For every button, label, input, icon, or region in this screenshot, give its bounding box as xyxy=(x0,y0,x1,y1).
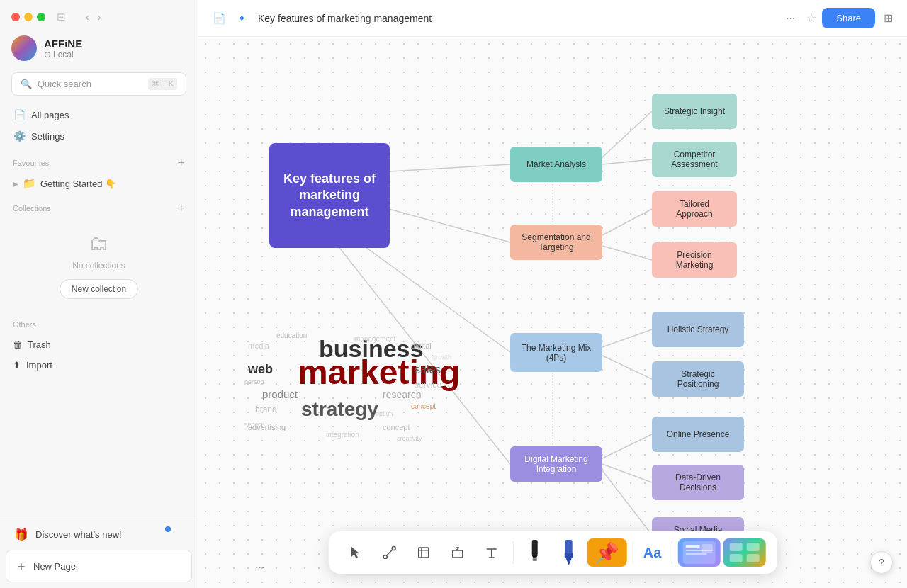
bottom-dots-button[interactable]: ··· xyxy=(255,561,264,574)
no-collections-text: No collections xyxy=(72,261,125,271)
app-header: AFFiNE ⊙ Local xyxy=(0,24,198,67)
more-options-button[interactable]: ··· xyxy=(780,9,801,28)
maximize-button[interactable] xyxy=(37,13,45,21)
template-card-2[interactable] xyxy=(723,538,765,567)
getting-started-item[interactable]: ▶ 📁 Getting Started 👇 xyxy=(6,172,192,195)
main-nav: 📄 All pages ⚙️ Settings xyxy=(0,101,198,149)
frame-tool-button[interactable] xyxy=(408,537,439,568)
new-page-button[interactable]: ＋ New Page xyxy=(6,550,192,582)
others-nav: 🗑 Trash ⬆ Import xyxy=(0,332,198,378)
chevron-icon: ▶ xyxy=(13,180,18,188)
shape-tool-button[interactable] xyxy=(442,537,473,568)
svg-rect-63 xyxy=(746,554,759,562)
text-style-button[interactable]: Aa xyxy=(639,545,666,561)
word-cloud-svg: marketing business strategy web sales pr… xyxy=(241,306,468,448)
strategic-pos-node: Strategic Positioning xyxy=(652,361,744,397)
segmentation-node: Segmentation and Targeting xyxy=(510,225,602,260)
text-tool-button[interactable] xyxy=(476,537,507,568)
svg-text:service: service xyxy=(244,421,265,428)
segmentation-label: Segmentation and Targeting xyxy=(519,232,594,252)
data-driven-node: Data-Driven Decisions xyxy=(652,465,744,500)
quick-search[interactable]: 🔍 Quick search ⌘ + K xyxy=(11,72,186,96)
connector-icon xyxy=(383,545,397,560)
svg-text:concept: concept xyxy=(383,423,410,431)
forward-button[interactable]: › xyxy=(95,10,104,24)
svg-rect-59 xyxy=(701,544,712,553)
layout-toggle-button[interactable]: ⊞ xyxy=(881,9,896,28)
data-driven-label: Data-Driven Decisions xyxy=(660,473,736,492)
svg-line-7 xyxy=(602,246,652,260)
svg-line-39 xyxy=(387,550,393,555)
help-button[interactable]: ? xyxy=(870,551,893,574)
edgeless-icon[interactable]: ✦ xyxy=(235,9,249,28)
svg-text:advertising: advertising xyxy=(248,423,286,431)
svg-point-37 xyxy=(383,555,387,559)
connector-tool-button[interactable] xyxy=(374,537,405,568)
holistic-node: Holistic Strategy xyxy=(652,312,744,347)
svg-text:business: business xyxy=(319,335,423,362)
page-title: Key features of marketing management xyxy=(258,13,772,24)
svg-text:management: management xyxy=(354,335,396,343)
root-node-label: Key features of marketing management xyxy=(281,171,378,220)
trash-label: Trash xyxy=(28,339,51,350)
import-nav[interactable]: ⬆ Import xyxy=(6,355,192,375)
share-button[interactable]: Share xyxy=(822,8,875,28)
discover-label: Discover what's new! xyxy=(35,529,122,540)
all-pages-label: All pages xyxy=(31,110,69,120)
template-2-icon xyxy=(726,540,762,565)
svg-line-10 xyxy=(602,434,652,458)
pen-icon xyxy=(525,538,545,567)
settings-nav[interactable]: ⚙️ Settings xyxy=(6,125,192,147)
svg-text:option: option xyxy=(376,410,393,417)
back-button[interactable]: ‹ xyxy=(83,10,92,24)
svg-line-8 xyxy=(602,329,652,347)
add-favourite-button[interactable]: + xyxy=(177,157,185,169)
svg-text:service: service xyxy=(415,380,441,390)
close-button[interactable] xyxy=(11,13,20,21)
search-placeholder: Quick search xyxy=(38,79,142,89)
toolbar-separator-1 xyxy=(513,541,514,564)
canvas[interactable]: Key features of marketing management Mar… xyxy=(198,37,907,588)
all-pages-nav[interactable]: 📄 All pages xyxy=(6,104,192,125)
new-collection-button[interactable]: New collection xyxy=(60,279,138,299)
template-sticker-button[interactable]: 📌 xyxy=(587,538,627,567)
holistic-label: Holistic Strategy xyxy=(667,324,729,334)
svg-text:marketing: marketing xyxy=(298,354,460,391)
traffic-lights xyxy=(11,13,45,21)
svg-rect-52 xyxy=(565,540,573,554)
root-node: Key features of marketing management xyxy=(269,143,390,248)
sidebar-toggle[interactable]: ⊟ xyxy=(57,11,66,23)
collections-section: Collections + xyxy=(0,195,198,217)
topbar-left-icons: 📄 ✦ xyxy=(210,9,249,28)
sidebar: ⊟ ‹ › AFFiNE ⊙ Local 🔍 Quick search ⌘ + … xyxy=(0,0,198,588)
svg-text:creativity: creativity xyxy=(397,435,422,442)
svg-marker-54 xyxy=(566,558,572,565)
document-icon[interactable]: 📄 xyxy=(210,9,229,28)
add-collection-button[interactable]: + xyxy=(177,202,185,215)
select-tool-button[interactable] xyxy=(340,537,371,568)
search-icon: 🔍 xyxy=(21,79,32,89)
marker-tool-button[interactable] xyxy=(553,537,585,568)
avatar xyxy=(11,35,37,61)
precision-label: Precision Marketing xyxy=(660,250,728,270)
svg-line-11 xyxy=(602,464,652,482)
market-analysis-node: Market Analysis xyxy=(510,147,602,182)
svg-rect-62 xyxy=(729,554,742,562)
trash-nav[interactable]: 🗑 Trash xyxy=(6,334,192,355)
marker-icon xyxy=(559,538,579,567)
strategic-insight-label: Strategic Insight xyxy=(664,106,725,116)
discover-button[interactable]: 🎁 Discover what's new! xyxy=(6,522,192,547)
mindmap: Key features of marketing management Mar… xyxy=(198,37,907,588)
svg-text:strategy: strategy xyxy=(301,398,378,420)
tailored-node: Tailored Approach xyxy=(652,191,737,227)
favorite-button[interactable]: ☆ xyxy=(806,11,816,25)
settings-icon: ⚙️ xyxy=(13,130,26,142)
tailored-label: Tailored Approach xyxy=(660,199,728,219)
import-icon: ⬆ xyxy=(13,360,21,371)
select-icon xyxy=(349,545,363,560)
pen-tool-button[interactable] xyxy=(519,537,551,568)
template-card-1[interactable] xyxy=(677,538,720,567)
svg-line-4 xyxy=(602,111,652,157)
minimize-button[interactable] xyxy=(24,13,33,21)
svg-rect-53 xyxy=(565,553,573,558)
